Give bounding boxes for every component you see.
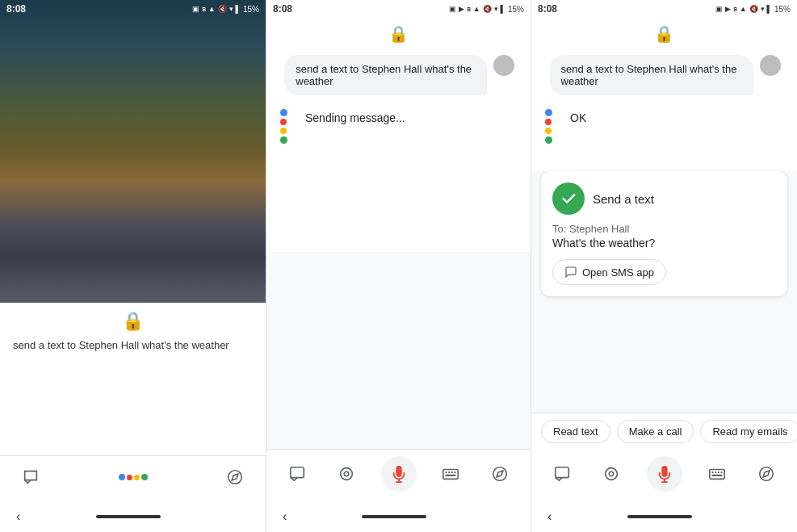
bluetooth-icon-p3: ʙ [733, 5, 737, 13]
svg-point-3 [344, 471, 349, 476]
google-logo-p2 [276, 105, 299, 128]
user-message-row-p3: send a text to Stephen Hall what's the w… [541, 55, 787, 95]
signal-icon-p2: ▌ [501, 5, 505, 13]
home-indicator-p1[interactable] [96, 515, 161, 518]
user-message-row-p2: send a text to Stephen Hall what's the w… [276, 55, 521, 95]
messages-icon-p1[interactable] [16, 463, 45, 492]
panel1-toolbar [0, 455, 266, 501]
svg-rect-1 [291, 467, 304, 478]
mic-button-p3[interactable] [647, 456, 682, 492]
mute-icon-p3: 🔇 [749, 5, 758, 13]
read-text-chip[interactable]: Read text [541, 420, 610, 443]
card-to: To: Stephen Hall [552, 223, 776, 235]
time-panel3: 8:08 [538, 3, 557, 15]
back-button-p2[interactable]: ‹ [283, 509, 287, 524]
battery-panel3: 15% [774, 5, 791, 14]
video-icon-p2: ▶ [459, 5, 464, 13]
mute-icon-p2: 🔇 [483, 5, 492, 13]
card-header: Send a text [552, 182, 776, 215]
keyboard-icon-p3[interactable] [703, 459, 732, 488]
svg-point-12 [493, 467, 507, 481]
status-bar-panel1: 8:08 ▣ ʙ ▲ 🔇 ▾ ▌ 15% [0, 0, 266, 18]
mute-icon: 🔇 [218, 5, 227, 13]
user-bubble-p2: send a text to Stephen Hall what's the w… [284, 55, 487, 95]
open-sms-button[interactable]: Open SMS app [552, 259, 666, 285]
wifi-icon-p2: ▾ [494, 5, 498, 13]
toolbar-p3 [531, 450, 797, 501]
battery-panel1: 15% [243, 5, 259, 14]
spacer-p3 [531, 296, 797, 413]
svg-rect-6 [443, 470, 458, 480]
back-button-p1[interactable]: ‹ [16, 509, 20, 524]
assistant-message-row-p2: Sending message... [276, 105, 521, 131]
chat-area-p2: send a text to Stephen Hall what's the w… [266, 47, 531, 252]
compass-icon-p1[interactable] [220, 463, 250, 492]
status-bar-panel2: 8:08 ▣ ▶ ʙ ▲ 🔇 ▾ ▌ 15% [266, 0, 531, 18]
status-icons-panel2: ▣ ▶ ʙ ▲ 🔇 ▾ ▌ 15% [449, 5, 524, 14]
signal-icon: ▌ [236, 5, 241, 13]
svg-point-2 [340, 468, 352, 480]
home-indicator-p2[interactable] [362, 515, 426, 518]
panel1-nav: ‹ [0, 501, 266, 532]
status-bar-panel3: 8:08 ▣ ▶ ʙ ▲ 🔇 ▾ ▌ 15% [531, 0, 797, 18]
lens-icon-p3[interactable] [597, 459, 626, 488]
compass-icon-p2[interactable] [485, 459, 514, 488]
assistant-ok-row-p3: OK [541, 105, 787, 131]
assistant-response-p2: Sending message... [305, 105, 405, 131]
panel1-bottom: 🔒 send a text to Stephen Hall what's the… [0, 303, 266, 532]
read-emails-chip[interactable]: Read my emails [700, 420, 797, 443]
lock-area-p3: 🔒 [531, 18, 797, 47]
status-icons-panel1: ▣ ʙ ▲ 🔇 ▾ ▌ 15% [192, 5, 259, 14]
chat-area-p3: send a text to Stephen Hall what's the w… [531, 47, 797, 171]
lens-icon-p2[interactable] [332, 459, 361, 488]
lock-icon-p2: 🔒 [388, 24, 409, 44]
spacer-p2 [266, 252, 531, 449]
open-sms-label: Open SMS app [582, 266, 654, 279]
messages-icon-p2[interactable] [283, 459, 312, 488]
bottom-bar-p3: Read text Make a call Read my emails [531, 413, 797, 501]
bluetooth-icon-p2: ʙ [467, 5, 471, 13]
panel2-nav: ‹ [266, 501, 531, 532]
suggestion-chips: Read text Make a call Read my emails [531, 413, 797, 450]
svg-rect-18 [710, 470, 724, 480]
svg-point-24 [760, 467, 774, 481]
svg-point-0 [229, 471, 242, 484]
panel3-nav: ‹ [531, 501, 797, 532]
user-avatar-p2 [493, 55, 514, 76]
svg-point-14 [606, 468, 618, 480]
back-button-p3[interactable]: ‹ [547, 509, 552, 524]
lock-icon-p3: 🔒 [654, 24, 674, 44]
battery-panel2: 15% [508, 5, 524, 14]
bottom-bar-p2 [266, 449, 531, 501]
video-icon-p3: ▶ [725, 5, 731, 13]
messages-icon-p3[interactable] [547, 459, 577, 488]
location-icon-p3: ▲ [740, 5, 747, 13]
user-avatar-p3 [760, 55, 781, 76]
send-text-card: Send a text To: Stephen Hall What's the … [541, 171, 787, 296]
photo-icon-p3: ▣ [715, 5, 723, 13]
time-panel2: 8:08 [273, 3, 292, 15]
make-call-chip[interactable]: Make a call [617, 420, 694, 443]
google-logo-p3 [541, 105, 564, 128]
location-icon: ▲ [208, 5, 216, 13]
signal-icon-p3: ▌ [767, 5, 772, 13]
svg-rect-13 [556, 467, 569, 478]
home-indicator-p3[interactable] [627, 515, 692, 518]
wallpaper-nav [0, 270, 266, 303]
panel1-text-area: 🔒 send a text to Stephen Hall what's the… [0, 303, 266, 455]
card-message: What's the weather? [552, 237, 776, 249]
user-bubble-p3: send a text to Stephen Hall what's the w… [550, 55, 753, 95]
notification-icon: ▣ [192, 5, 199, 13]
panel1-query: send a text to Stephen Hall what's the w… [13, 338, 253, 353]
panel-assistant-sending: 8:08 ▣ ▶ ʙ ▲ 🔇 ▾ ▌ 15% 🔒 send a text to … [266, 0, 531, 532]
lock-icon-p1: 🔒 [122, 311, 144, 332]
google-assistant-logo-p1[interactable] [119, 474, 148, 480]
keyboard-icon-p2[interactable] [436, 459, 465, 488]
panel-assistant-done: 8:08 ▣ ▶ ʙ ▲ 🔇 ▾ ▌ 15% 🔒 send a text to … [531, 0, 797, 532]
check-circle-icon [552, 182, 585, 215]
mic-button-p2[interactable] [381, 456, 417, 492]
toolbar-p2 [266, 450, 531, 501]
photo-icon-p2: ▣ [449, 5, 456, 13]
wifi-icon-p3: ▾ [761, 5, 765, 13]
compass-icon-p3[interactable] [752, 459, 781, 488]
